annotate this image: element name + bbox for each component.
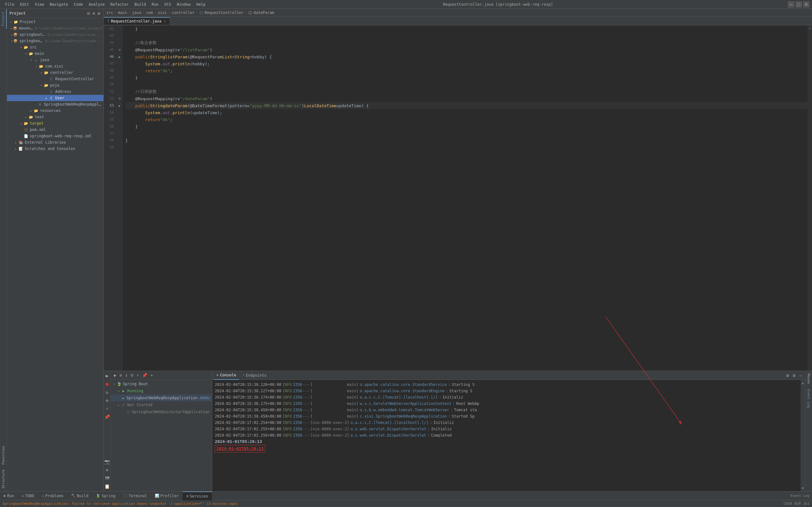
console-gear-icon[interactable]: ⚙ [791, 373, 797, 378]
breadcrumb-src[interactable]: src [106, 10, 113, 15]
menu-build[interactable]: Build [132, 2, 149, 7]
breadcrumb-com[interactable]: com [146, 10, 153, 15]
menu-help[interactable]: Help [194, 2, 208, 7]
tree-item-reqresp[interactable]: ▾ 📦 springboot-web-req-resp D:\code\Idea… [7, 38, 103, 44]
close-button[interactable]: ✕ [803, 1, 809, 8]
tree-arrow[interactable]: ▸ [11, 33, 13, 37]
srv-toolbar-icon7[interactable]: + [149, 372, 154, 378]
breadcrumb-controller[interactable]: controller [172, 10, 195, 15]
breadcrumb-method-name[interactable]: dateParam [254, 10, 274, 15]
tree-item-main[interactable]: ▾ 📂 main [7, 50, 103, 57]
srv-filter-icon[interactable]: ⚡ [105, 405, 109, 412]
collapse-all-icon[interactable]: ⊟ [87, 10, 91, 16]
srv-notstarted-group[interactable]: ▸ ⬡ Not Started [111, 401, 212, 408]
bst-tab-build[interactable]: 🔨 Build [67, 492, 92, 500]
srv-reqresp-app[interactable]: ▸ ▶ SpringbootWebReqRespApplication :808… [111, 394, 212, 401]
event-log-label[interactable]: Event Log [791, 494, 809, 498]
menu-refactor[interactable]: Refactor [108, 2, 132, 7]
menu-analyze[interactable]: Analyze [86, 2, 107, 7]
tree-arrow[interactable]: ▾ [39, 84, 44, 87]
maximize-button[interactable]: □ [796, 1, 802, 8]
bst-tab-terminal[interactable]: ⬛ Terminal [119, 492, 151, 500]
tree-arrow[interactable]: ▾ [8, 20, 13, 24]
run-icon-46[interactable]: ▶ [119, 55, 120, 59]
tree-item-app[interactable]: ▸ A SpringbootWebReqRespApplication [7, 101, 103, 108]
srv-stack-icon[interactable]: 📋 [104, 483, 111, 490]
tab-close-button[interactable]: ✕ [164, 19, 166, 23]
sidebar-toolbar[interactable]: ⊟ ≡ ⚙ [87, 10, 101, 16]
tree-item-controller[interactable]: ▾ 📂 controller [7, 69, 103, 76]
tree-item-project[interactable]: ▾ 📁 Project [7, 19, 103, 25]
srv-port-label[interactable]: :8080/ [198, 396, 211, 400]
gutter-46[interactable]: ▶ [116, 53, 123, 60]
gutter-53[interactable]: ▶ [116, 102, 123, 109]
breadcrumb-method[interactable]: ⬡ [248, 10, 252, 15]
status-csdn-label[interactable]: CDSN 程序 261 [783, 501, 809, 506]
srv-toolbar-icon2[interactable]: ≡ [118, 372, 123, 378]
srv-arrow-notstarted[interactable]: ▸ [116, 403, 121, 407]
tree-arrow[interactable]: ▾ [39, 71, 44, 74]
tree-gear-icon[interactable]: ⚙ [97, 10, 101, 16]
scroll-up-icon[interactable]: ▲ [802, 381, 804, 385]
tree-item-user[interactable]: ▸ C User [7, 95, 103, 101]
services-toolbar[interactable]: ▶ ≡ ↕ ⊡ ⚡ 📌 + [113, 372, 154, 378]
vert-tab-favorites[interactable]: Favorites [0, 443, 6, 467]
menu-bar[interactable]: File Edit View Navigate Code Analyze Ref… [3, 2, 208, 7]
tree-arrow[interactable]: ▸ [13, 147, 18, 151]
srv-restart-icon[interactable]: ↻ [105, 389, 109, 396]
tree-item-scratches[interactable]: ▸ 📝 Scratches and Consoles [7, 146, 103, 152]
tree-settings-icon[interactable]: ≡ [92, 10, 96, 16]
tree-item-java[interactable]: ▾ ☕ java [7, 57, 103, 63]
menu-window[interactable]: Window [174, 2, 193, 7]
srv-map-icon[interactable]: 🗺 [104, 475, 110, 482]
bst-tab-profiler[interactable]: 📊 Profiler [151, 492, 183, 500]
tree-item-pom[interactable]: ▸ ⬡ pom.xml [7, 126, 103, 133]
srv-arrow-springboot[interactable]: ▾ [112, 382, 116, 386]
bst-tab-problems[interactable]: ⚠ Problems [38, 492, 67, 500]
tree-arrow[interactable]: ▾ [34, 65, 39, 68]
console-scrollbar[interactable]: ▲ ▼ [801, 380, 805, 491]
tree-item-maven[interactable]: ▸ 📦 maven-project01 D:\code\IdeaProjects… [7, 25, 103, 32]
tree-arrow[interactable]: ▸ [13, 141, 18, 144]
srv-arrow-running[interactable]: ▾ [116, 389, 121, 393]
srv-cam-icon[interactable]: 📷 [104, 458, 111, 465]
tab-request-controller[interactable]: C RequestController.java ✕ [104, 17, 170, 25]
menu-code[interactable]: Code [71, 2, 86, 7]
srv-toolbar-icon6[interactable]: 📌 [141, 372, 149, 378]
srv-stop-icon[interactable]: ■ [105, 381, 109, 388]
console-close-icon[interactable]: — [797, 373, 804, 378]
tree-item-request-controller[interactable]: ▸ C RequestController [7, 76, 103, 82]
bst-tab-spring[interactable]: 🍃 Spring [92, 492, 119, 500]
menu-run[interactable]: Run [149, 2, 161, 7]
run-icon-53[interactable]: ▶ [119, 104, 120, 108]
bst-tab-todo[interactable]: ☑ TODO [18, 492, 38, 500]
tree-item-pojo[interactable]: ▾ 📂 pojo [7, 82, 103, 89]
tree-arrow[interactable]: ▾ [23, 52, 29, 55]
code-content[interactable]: } //集合参数 @RequestMapping(⊙∨"/listParam")… [123, 25, 808, 371]
tree-item-test[interactable]: ▸ 📂 test [7, 114, 103, 120]
vert-tab-structure[interactable]: Structure [0, 467, 6, 491]
menu-view[interactable]: View [32, 2, 47, 7]
srv-collapse-icon[interactable]: ≡ [105, 397, 109, 404]
tab-endpoints[interactable]: ⚡ Endpoints [239, 371, 270, 380]
tree-item-target[interactable]: ▸ 📂 target [7, 120, 103, 126]
minimize-button[interactable]: ─ [788, 1, 794, 8]
srv-toolbar-icon3[interactable]: ↕ [124, 372, 129, 378]
tree-arrow[interactable]: ▸ [23, 115, 29, 119]
vert-tab-maven[interactable]: Maven [806, 371, 812, 387]
breadcrumb-class-name[interactable]: RequestController [205, 10, 244, 15]
menu-navigate[interactable]: Navigate [47, 2, 71, 7]
breadcrumb-class[interactable]: ⬡ [200, 10, 203, 15]
srv-toolbar-icon5[interactable]: ⚡ [135, 372, 140, 378]
bst-tab-run[interactable]: ▶ Run [0, 492, 18, 500]
status-error-message[interactable]: SpringbootWebReqRespApplication: Failed … [3, 502, 238, 506]
menu-edit[interactable]: Edit [17, 2, 32, 7]
tree-item-address[interactable]: ▸ C Address [7, 89, 103, 95]
window-controls[interactable]: ─ □ ✕ [788, 1, 809, 8]
tree-arrow[interactable]: ▸ [29, 109, 34, 113]
tree-arrow[interactable]: ▾ [11, 39, 13, 43]
breadcrumb-xixi[interactable]: xixi [158, 10, 167, 15]
bst-tab-services[interactable]: ⚙ Services [183, 492, 212, 500]
console-settings-icon[interactable]: ⚙ [784, 373, 791, 378]
scroll-down-icon[interactable]: ▼ [802, 487, 804, 490]
